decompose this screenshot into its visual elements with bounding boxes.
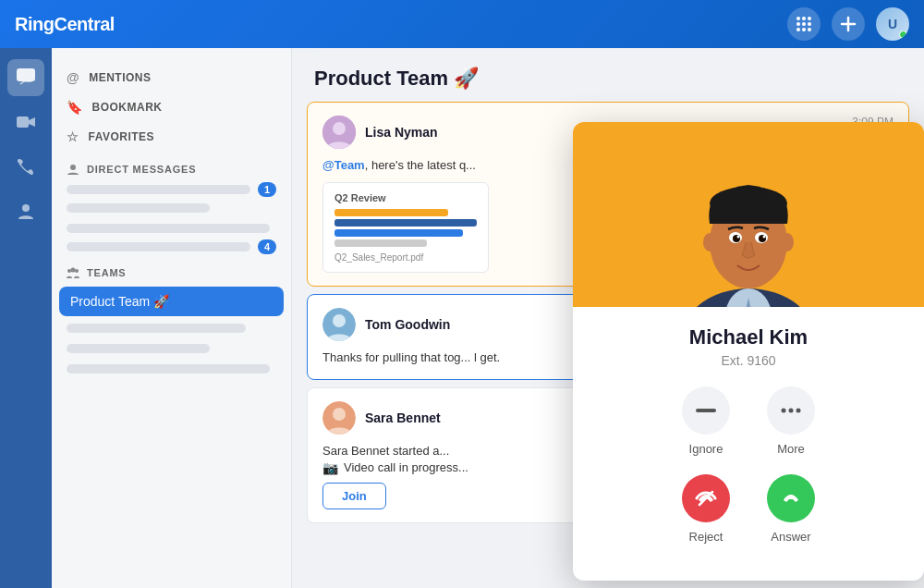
main-content: Product Team 🚀 Lisa Nyman 3:09 PM <box>292 48 924 588</box>
sidebar-chat-icon[interactable] <box>7 59 44 96</box>
dm-badge-1: 1 <box>258 182 276 197</box>
svg-point-19 <box>333 122 346 135</box>
sidebar-phone-icon[interactable] <box>7 148 44 185</box>
user-avatar[interactable]: U <box>876 7 909 41</box>
dm-placeholder-2 <box>67 203 210 213</box>
svg-point-4 <box>802 22 806 26</box>
more-icon-circle <box>767 386 815 435</box>
app-logo: RingCentral <box>15 14 115 35</box>
svg-point-0 <box>796 17 800 20</box>
product-team-label: Product Team 🚀 <box>70 294 169 309</box>
sara-name: Sara Bennet <box>365 410 441 425</box>
answer-call-button[interactable]: Answer <box>767 474 815 544</box>
svg-rect-37 <box>696 409 716 412</box>
lisa-name: Lisa Nyman <box>365 125 438 140</box>
svg-point-6 <box>796 28 800 31</box>
direct-messages-header: DIRECT MESSAGES <box>52 152 291 181</box>
icon-sidebar <box>0 48 52 588</box>
more-options-button[interactable]: More <box>767 386 815 456</box>
dm-badge-2: 4 <box>258 239 276 254</box>
team-placeholder-1 <box>67 324 246 333</box>
svg-point-15 <box>67 269 71 273</box>
apps-button[interactable] <box>787 7 821 41</box>
dm-placeholder-1 <box>67 185 250 194</box>
file-attachment: Q2 Review Q2_Sales_Report.pdf <box>322 182 489 273</box>
ignore-icon-circle <box>682 386 730 435</box>
chart-bar-2 <box>334 219 477 227</box>
svg-point-33 <box>737 236 740 239</box>
lisa-avatar <box>322 116 356 149</box>
join-call-button[interactable]: Join <box>322 483 386 509</box>
ignore-label: Ignore <box>689 442 723 456</box>
svg-point-3 <box>796 22 800 26</box>
svg-point-38 <box>782 409 786 413</box>
svg-point-17 <box>71 268 76 273</box>
add-button[interactable] <box>832 7 865 41</box>
svg-rect-11 <box>17 68 35 81</box>
header-right: U <box>787 7 909 41</box>
answer-icon-circle <box>767 474 815 522</box>
video-call-text: Video call in progress... <box>344 460 468 474</box>
svg-point-7 <box>802 28 806 31</box>
svg-point-21 <box>333 314 346 327</box>
attachment-filename: Q2_Sales_Report.pdf <box>334 252 477 263</box>
main-layout: @ MENTIONS 🔖 BOOKMARK ☆ FAVORITES DIRECT… <box>0 48 924 588</box>
svg-point-1 <box>802 17 806 20</box>
svg-point-16 <box>75 269 79 273</box>
reject-call-button[interactable]: Reject <box>682 474 730 544</box>
content-header: Product Team 🚀 <box>292 48 924 102</box>
sidebar-contacts-icon[interactable] <box>7 192 44 229</box>
app-header: RingCentral U <box>0 0 924 48</box>
teams-label: TEAMS <box>87 267 127 278</box>
answer-label: Answer <box>771 530 810 544</box>
sidebar-video-icon[interactable] <box>7 104 44 141</box>
svg-rect-12 <box>17 116 29 128</box>
more-label: More <box>777 442 805 456</box>
svg-point-35 <box>703 233 716 251</box>
favorites-label: FAVORITES <box>89 130 155 143</box>
nav-sidebar: @ MENTIONS 🔖 BOOKMARK ☆ FAVORITES DIRECT… <box>52 48 292 588</box>
svg-point-39 <box>789 409 794 413</box>
chart-bar-4 <box>334 239 477 247</box>
page-title: Product Team 🚀 <box>314 67 479 90</box>
team-placeholder-2 <box>67 344 210 353</box>
tom-name: Tom Goodwin <box>365 317 450 332</box>
call-top-actions: Ignore More <box>591 386 906 456</box>
bookmark-label: BOOKMARK <box>92 101 163 114</box>
dm-placeholder-3 <box>67 224 270 233</box>
caller-photo <box>573 122 924 307</box>
svg-point-13 <box>22 204 30 212</box>
ignore-call-button[interactable]: Ignore <box>682 386 730 456</box>
star-icon: ☆ <box>67 129 79 144</box>
svg-point-23 <box>333 408 346 421</box>
svg-point-40 <box>796 409 801 413</box>
sara-avatar <box>322 401 356 435</box>
call-info: Michael Kim Ext. 9160 Ignore <box>573 307 924 581</box>
direct-messages-label: DIRECT MESSAGES <box>87 164 196 175</box>
video-camera-icon: 📷 <box>322 460 338 475</box>
reject-label: Reject <box>689 530 723 544</box>
reject-icon-circle <box>682 474 730 522</box>
svg-point-36 <box>781 233 794 251</box>
svg-point-14 <box>70 165 76 170</box>
teams-header: TEAMS <box>52 255 291 285</box>
bookmark-icon: 🔖 <box>67 100 83 115</box>
chart-bar-3 <box>334 229 477 237</box>
incoming-call-overlay: Michael Kim Ext. 9160 Ignore <box>573 122 924 581</box>
mentions-label: MENTIONS <box>89 71 151 84</box>
online-indicator <box>899 31 907 39</box>
mention-tag: @Team <box>322 158 365 172</box>
bookmark-nav-item[interactable]: 🔖 BOOKMARK <box>52 92 291 122</box>
product-team-nav-item[interactable]: Product Team 🚀 <box>59 287 284 316</box>
chart-bar-1 <box>334 209 477 216</box>
call-bottom-actions: Reject Answer <box>591 474 906 544</box>
caller-name: Michael Kim <box>591 325 906 349</box>
dm-placeholder-4 <box>67 242 250 251</box>
tom-avatar <box>322 308 356 341</box>
team-placeholder-3 <box>67 364 270 374</box>
caller-ext: Ext. 9160 <box>591 353 906 368</box>
attachment-title: Q2 Review <box>334 192 477 203</box>
svg-point-5 <box>808 22 811 26</box>
favorites-nav-item[interactable]: ☆ FAVORITES <box>52 122 291 152</box>
mentions-nav-item[interactable]: @ MENTIONS <box>52 63 291 92</box>
